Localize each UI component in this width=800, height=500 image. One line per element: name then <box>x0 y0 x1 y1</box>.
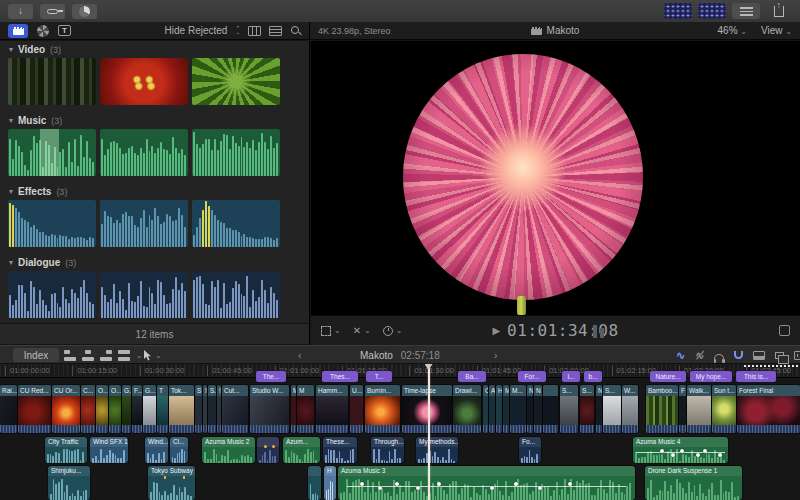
timeline-back-arrow[interactable]: ‹ <box>298 346 301 364</box>
timeline-maximize-icon[interactable] <box>794 351 800 360</box>
title-clip[interactable]: The... <box>256 371 286 382</box>
timeline-video-clip[interactable]: Forest Final <box>737 385 800 433</box>
insert-edit-icon[interactable] <box>82 350 94 361</box>
timeline-video-clip[interactable]: F... <box>132 385 142 433</box>
timeline-video-clip[interactable]: F <box>679 385 686 433</box>
browser-section-header[interactable]: ▾Video(3) <box>0 43 309 56</box>
timeline-layout-toggle[interactable] <box>698 3 726 19</box>
filmstrip-view-icon[interactable] <box>248 26 261 36</box>
list-view-icon[interactable] <box>269 26 282 36</box>
filter-label[interactable]: Hide Rejected <box>165 25 228 36</box>
disclosure-triangle-icon[interactable]: ▾ <box>9 187 13 196</box>
title-clip[interactable]: For... <box>518 371 546 382</box>
playhead[interactable] <box>428 364 430 500</box>
timeline-audio-clip[interactable]: Shinjuku... <box>48 466 90 500</box>
browser-clip-thumbnail[interactable] <box>192 200 280 247</box>
timeline-audio-clip[interactable]: Through... <box>371 437 404 463</box>
timeline-video-clip[interactable]: Bamboo... <box>646 385 678 433</box>
timeline-video-clip[interactable]: S... <box>208 385 216 433</box>
timeline-video-clip[interactable]: Hamm... <box>316 385 348 433</box>
timeline-video-clip[interactable]: W... <box>622 385 638 433</box>
browser-clip-thumbnail[interactable] <box>192 58 280 105</box>
title-clip[interactable]: This is... <box>736 371 776 382</box>
title-clip[interactable]: T... <box>366 371 392 382</box>
browser-clip-thumbnail[interactable] <box>8 129 96 176</box>
timeline-video-clip[interactable]: ! <box>203 385 207 433</box>
timeline-audio-clip[interactable]: Ci... <box>170 437 188 463</box>
timeline-video-clip[interactable]: M <box>291 385 296 433</box>
timeline-video-clip[interactable]: O... <box>96 385 108 433</box>
timeline-video-clip[interactable]: Rai... <box>0 385 17 433</box>
timeline-video-clip[interactable]: CU Or... <box>52 385 80 433</box>
timeline-video-clip[interactable]: S <box>195 385 202 433</box>
browser-section-header[interactable]: ▾Dialogue(3) <box>0 256 309 269</box>
timeline-video-clip[interactable]: S... <box>560 385 578 433</box>
keyframe-dot[interactable] <box>671 453 675 457</box>
browser-clip-thumbnail[interactable] <box>8 200 96 247</box>
browser-section-header[interactable]: ▾Music(3) <box>0 114 309 127</box>
disclosure-triangle-icon[interactable]: ▾ <box>9 45 13 54</box>
timeline-video-clip[interactable]: CU Red... <box>18 385 51 433</box>
timeline-video-clip[interactable]: N <box>596 385 602 433</box>
timeline-video-clip[interactable]: O... <box>109 385 121 433</box>
timeline-video-clip[interactable]: Burnin... <box>365 385 400 433</box>
browser-section-header[interactable]: ▾Effects(3) <box>0 185 309 198</box>
overwrite-edit-icon[interactable] <box>118 350 130 361</box>
timeline-video-clip[interactable] <box>543 385 558 433</box>
background-tasks-button[interactable] <box>72 4 97 19</box>
timeline-video-clip[interactable]: H <box>496 385 502 433</box>
browser-clip-thumbnail[interactable] <box>100 200 188 247</box>
timeline-audio-clip[interactable]: H <box>324 466 336 500</box>
browser-clip-thumbnail[interactable] <box>100 271 188 318</box>
timeline-audio-clip[interactable]: Azuma Music 3 <box>338 466 635 500</box>
timeline-audio-clip[interactable]: Azum... <box>283 437 320 463</box>
solo-headphones-icon[interactable] <box>714 354 724 360</box>
titles-generators-button[interactable]: T <box>58 25 71 36</box>
timeline-video-clip[interactable]: Tok... <box>169 385 194 433</box>
timeline-video-clip[interactable]: G... <box>143 385 156 433</box>
search-icon[interactable] <box>290 25 301 36</box>
play-icon[interactable]: ▶ <box>492 325 500 336</box>
timeline-video-clip[interactable]: A <box>489 385 495 433</box>
duplicate-window-icon[interactable] <box>775 352 784 359</box>
filter-stepper-icon[interactable]: ⌃⌄ <box>235 27 240 33</box>
timeline-audio-clip[interactable]: Drone Dark Suspense 1 <box>645 466 742 500</box>
timeline-video-clip[interactable]: C <box>483 385 488 433</box>
timeline-audio-clip[interactable]: Wind... <box>145 437 168 463</box>
browser-clip-thumbnail[interactable] <box>8 271 96 318</box>
license-button[interactable] <box>40 4 65 19</box>
timeline-audio-clip[interactable]: My methods... <box>416 437 458 463</box>
timeline-audio-clip[interactable]: City Traffic <box>45 437 87 463</box>
share-button[interactable] <box>766 3 792 19</box>
show-browser-button[interactable] <box>8 24 28 38</box>
timeline-video-clip[interactable]: Time-lapse <box>402 385 452 433</box>
audio-skimming-toggle-icon[interactable]: ∿̸ <box>695 349 704 362</box>
timeline-forward-arrow[interactable]: › <box>494 346 497 364</box>
title-clip[interactable]: b... <box>584 371 602 382</box>
effects-browser-button[interactable] <box>37 25 49 37</box>
timeline-video-clip[interactable]: C... <box>81 385 95 433</box>
timeline-video-clip[interactable]: Walk... <box>687 385 711 433</box>
timeline-video-clip[interactable]: S... <box>603 385 621 433</box>
browser-layout-toggle[interactable] <box>664 3 692 19</box>
timeline-audio-clip[interactable]: Wind SFX 1 <box>90 437 128 463</box>
timeline-video-clip[interactable]: Drawi... <box>453 385 481 433</box>
timeline-video-clip[interactable]: ! <box>217 385 221 433</box>
timeline-video-clip[interactable]: Studio W... <box>250 385 289 433</box>
select-tool-icon[interactable] <box>143 350 152 361</box>
timeline-audio-clip[interactable] <box>257 437 279 463</box>
timeline-video-clip[interactable]: T <box>157 385 168 433</box>
timeline-audio-clip[interactable]: Tokyo Subway <box>148 466 195 500</box>
title-clip[interactable]: Nature... <box>650 371 686 382</box>
disclosure-triangle-icon[interactable]: ▾ <box>9 258 13 267</box>
index-button[interactable]: Index <box>13 348 59 362</box>
timeline-audio-clip[interactable] <box>308 466 321 500</box>
timeline-audio-clip[interactable]: Fo... <box>519 437 541 463</box>
title-clip[interactable]: My hope... <box>690 371 732 382</box>
timeline-video-clip[interactable]: M... <box>510 385 526 433</box>
browser-clip-thumbnail[interactable] <box>192 129 280 176</box>
timeline-video-clip[interactable]: M <box>503 385 509 433</box>
download-button[interactable]: ↓ <box>8 4 33 19</box>
title-clip[interactable]: Ba... <box>458 371 486 382</box>
browser-clip-thumbnail[interactable] <box>100 58 188 105</box>
